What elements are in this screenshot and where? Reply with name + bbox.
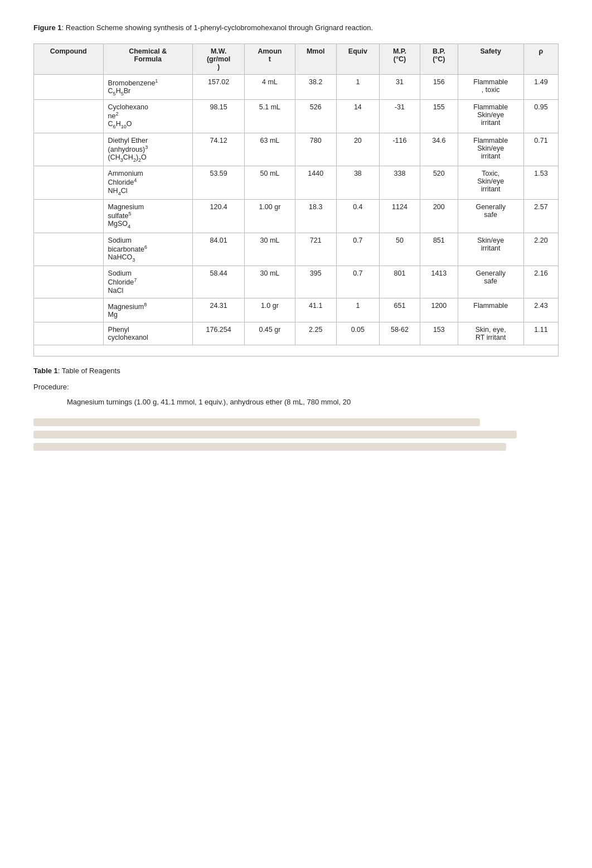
col-header-amount: Amount bbox=[245, 44, 295, 74]
cell-amount: 50 mL bbox=[245, 166, 295, 200]
cell-equiv: 1 bbox=[337, 74, 380, 100]
cell-compound bbox=[34, 200, 104, 233]
cell-chemical: Phenylcyclohexanol bbox=[103, 322, 192, 345]
cell-chemical: SodiumChloride7NaCl bbox=[103, 266, 192, 298]
cell-mp: 58-62 bbox=[379, 322, 420, 345]
cell-rho: 2.43 bbox=[523, 298, 558, 322]
table-row: Magnesiumsulfate5MgSO4 120.4 1.00 gr 18.… bbox=[34, 200, 559, 233]
cell-compound bbox=[34, 74, 104, 100]
table-row: Phenylcyclohexanol 176.254 0.45 gr 2.25 … bbox=[34, 322, 559, 345]
blurred-section bbox=[33, 418, 559, 451]
table-row: Bromobenzene1C5H5Br 157.02 4 mL 38.2 1 3… bbox=[34, 74, 559, 100]
cell-compound bbox=[34, 233, 104, 266]
col-header-compound: Compound bbox=[34, 44, 104, 74]
cell-equiv: 0.7 bbox=[337, 266, 380, 298]
cell-safety: Generallysafe bbox=[458, 266, 523, 298]
cell-mp: -31 bbox=[379, 100, 420, 133]
table-row-empty bbox=[34, 345, 559, 356]
col-header-equiv: Equiv bbox=[337, 44, 380, 74]
cell-mw: 176.254 bbox=[192, 322, 244, 345]
blurred-line-1 bbox=[33, 418, 480, 426]
cell-bp: 156 bbox=[420, 74, 458, 100]
cell-bp: 520 bbox=[420, 166, 458, 200]
cell-chemical: AmmoniumChloride4NH4Cl bbox=[103, 166, 192, 200]
table-label: Table 1 bbox=[33, 367, 58, 375]
procedure-text: Magnesium turnings (1.00 g, 41.1 mmol, 1… bbox=[67, 397, 559, 408]
cell-safety: Skin, eye,RT irritant bbox=[458, 322, 523, 345]
cell-chemical: Sodiumbicarbonate6NaHCO3 bbox=[103, 233, 192, 266]
cell-rho: 1.49 bbox=[523, 74, 558, 100]
cell-mw: 58.44 bbox=[192, 266, 244, 298]
cell-bp: 1200 bbox=[420, 298, 458, 322]
cell-amount: 4 mL bbox=[245, 74, 295, 100]
cell-amount: 5.1 mL bbox=[245, 100, 295, 133]
cell-chemical: Magnesium8Mg bbox=[103, 298, 192, 322]
cell-equiv: 14 bbox=[337, 100, 380, 133]
cell-safety: FlammableSkin/eyeirritant bbox=[458, 133, 523, 166]
table-row: SodiumChloride7NaCl 58.44 30 mL 395 0.7 … bbox=[34, 266, 559, 298]
cell-safety: Generallysafe bbox=[458, 200, 523, 233]
cell-compound bbox=[34, 322, 104, 345]
cell-safety: FlammableSkin/eyeirritant bbox=[458, 100, 523, 133]
cell-compound bbox=[34, 166, 104, 200]
table-row: AmmoniumChloride4NH4Cl 53.59 50 mL 1440 … bbox=[34, 166, 559, 200]
cell-chemical: Bromobenzene1C5H5Br bbox=[103, 74, 192, 100]
cell-mmol: 780 bbox=[295, 133, 337, 166]
cell-mmol: 2.25 bbox=[295, 322, 337, 345]
cell-bp: 851 bbox=[420, 233, 458, 266]
cell-chemical: Diethyl Ether(anhydrous)3(CH3CH2)2O bbox=[103, 133, 192, 166]
cell-bp: 1413 bbox=[420, 266, 458, 298]
cell-mw: 120.4 bbox=[192, 200, 244, 233]
cell-bp: 153 bbox=[420, 322, 458, 345]
cell-mp: 338 bbox=[379, 166, 420, 200]
cell-compound bbox=[34, 100, 104, 133]
cell-mmol: 721 bbox=[295, 233, 337, 266]
cell-rho: 2.57 bbox=[523, 200, 558, 233]
cell-equiv: 38 bbox=[337, 166, 380, 200]
table-row: Cyclohexanone2C6H10O 98.15 5.1 mL 526 14… bbox=[34, 100, 559, 133]
cell-mp: 1124 bbox=[379, 200, 420, 233]
cell-equiv: 0.4 bbox=[337, 200, 380, 233]
col-header-chemical: Chemical &Formula bbox=[103, 44, 192, 74]
cell-safety: Flammable bbox=[458, 298, 523, 322]
cell-mmol: 526 bbox=[295, 100, 337, 133]
cell-equiv: 0.7 bbox=[337, 233, 380, 266]
col-header-bp: B.P.(°C) bbox=[420, 44, 458, 74]
figure-label: Figure 1 bbox=[33, 23, 62, 32]
cell-safety: Skin/eyeirritant bbox=[458, 233, 523, 266]
blurred-line-2 bbox=[33, 431, 517, 438]
table-caption: Table 1: Table of Reagents bbox=[33, 367, 559, 375]
cell-mw: 84.01 bbox=[192, 233, 244, 266]
cell-rho: 1.11 bbox=[523, 322, 558, 345]
col-header-mw: M.W.(gr/mol) bbox=[192, 44, 244, 74]
cell-mmol: 41.1 bbox=[295, 298, 337, 322]
procedure-label-text: Procedure: bbox=[33, 383, 69, 391]
cell-safety: Flammable, toxic bbox=[458, 74, 523, 100]
figure-text: : Reaction Scheme showing synthesis of 1… bbox=[62, 23, 373, 32]
cell-mw: 157.02 bbox=[192, 74, 244, 100]
table-row: Magnesium8Mg 24.31 1.0 gr 41.1 1 651 120… bbox=[34, 298, 559, 322]
cell-amount: 0.45 gr bbox=[245, 322, 295, 345]
cell-compound bbox=[34, 298, 104, 322]
cell-amount: 63 mL bbox=[245, 133, 295, 166]
cell-rho: 0.95 bbox=[523, 100, 558, 133]
cell-mw: 24.31 bbox=[192, 298, 244, 322]
cell-safety: Toxic,Skin/eyeirritant bbox=[458, 166, 523, 200]
cell-bp: 155 bbox=[420, 100, 458, 133]
cell-amount: 30 mL bbox=[245, 266, 295, 298]
cell-mp: 651 bbox=[379, 298, 420, 322]
cell-mmol: 38.2 bbox=[295, 74, 337, 100]
col-header-mp: M.P.(°C) bbox=[379, 44, 420, 74]
table-caption-text: : Table of Reagents bbox=[58, 367, 120, 375]
cell-mmol: 18.3 bbox=[295, 200, 337, 233]
cell-rho: 2.16 bbox=[523, 266, 558, 298]
cell-amount: 30 mL bbox=[245, 233, 295, 266]
col-header-rho: ρ bbox=[523, 44, 558, 74]
cell-mw: 53.59 bbox=[192, 166, 244, 200]
cell-bp: 34.6 bbox=[420, 133, 458, 166]
procedure-paragraph: Magnesium turnings (1.00 g, 41.1 mmol, 1… bbox=[67, 398, 351, 406]
cell-rho: 1.53 bbox=[523, 166, 558, 200]
cell-mp: 31 bbox=[379, 74, 420, 100]
cell-mw: 98.15 bbox=[192, 100, 244, 133]
procedure-label: Procedure: bbox=[33, 383, 559, 391]
